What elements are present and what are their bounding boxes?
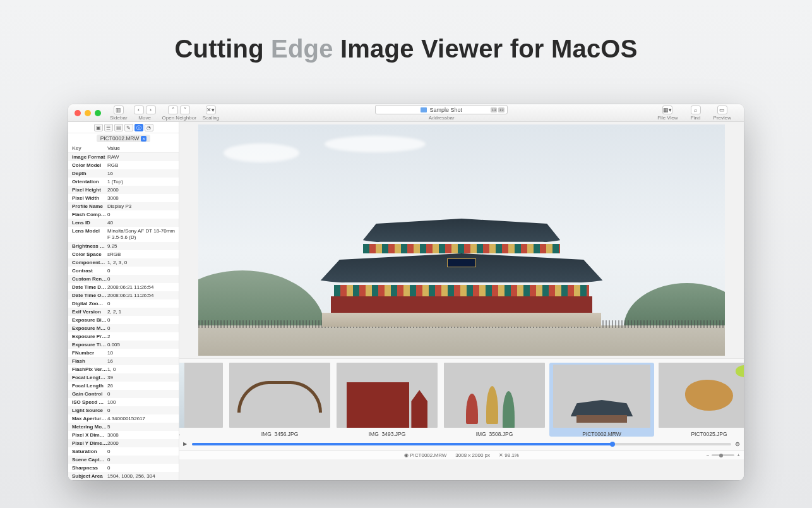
thumbnail[interactable]: 9.JPG [179,363,225,437]
close-file-icon[interactable]: × [141,136,146,142]
metadata-value: 0 [107,448,175,455]
thumbnail[interactable]: PICT0002.MRW [549,363,654,437]
metadata-row: Date Time Digi...2008:06:21 11:26:54 [68,283,179,291]
thumbnail-image [337,363,438,428]
metadata-row: Profile NameDisplay P3 [68,202,179,210]
thumbnail-image [553,365,650,428]
tab-4[interactable]: ✎ [124,124,133,131]
sidebar-toggle[interactable]: ▥ Sidebar [110,106,128,121]
thumbnail[interactable]: IMG_3508.JPG [442,363,547,437]
metadata-sidebar: ▣ ☰ ▤ ✎ ⓘ ◔ PICT0002.MRW × Key Value Ima… [68,122,179,480]
metadata-value: 0 [107,211,175,218]
neighbor-up-icon[interactable]: ˄ [168,106,178,114]
move-buttons[interactable]: ‹ › Move [134,106,156,121]
metadata-value: 2000 [107,440,175,447]
minimize-icon[interactable] [85,110,91,116]
metadata-value: 2, 2, 1 [107,308,175,315]
sidebar-selected-file[interactable]: PICT0002.MRW × [97,135,151,142]
count-badge-1: 13 [491,107,497,112]
neighbor-down-icon[interactable]: ˅ [180,106,190,114]
move-back-icon[interactable]: ‹ [134,106,144,114]
timeline-scrubber[interactable]: ▶ ⚙ [183,440,740,448]
metadata-key: Flash Compen... [72,211,107,218]
close-icon[interactable] [75,110,81,116]
thumbnail-label: 9.JPG [179,431,180,437]
image-viewer[interactable] [198,124,725,356]
app-window: ▥ Sidebar ‹ › Move ˄ ˅ Open Neighbor ✕▾ … [68,104,744,480]
metadata-key: Custom Rende... [72,275,107,282]
tab-info[interactable]: ⓘ [134,124,143,131]
metadata-value: 10 [107,349,175,356]
metadata-row: Metering Mode5 [68,423,179,431]
window-controls[interactable] [75,110,101,116]
addressbar[interactable]: Sample Shot 1313 [375,105,508,114]
metadata-row: Pixel Width3008 [68,194,179,202]
zoom-in-icon[interactable]: + [737,452,740,458]
metadata-value: 1, 2, 3, 0 [107,259,175,266]
metadata-row: Contrast0 [68,267,179,275]
thumbnail-label: IMG_3508.JPG [476,431,513,437]
metadata-row: Image FormatRAW [68,153,179,161]
metadata-key: Focal Length I... [72,374,107,381]
preview-button[interactable]: ▭ Preview [713,106,731,121]
metadata-key: Pixel Height [72,186,107,193]
metadata-row: Saturation0 [68,447,179,456]
metadata-value: 0 [107,267,175,274]
zoom-slider[interactable]: − + [707,452,740,458]
tab-6[interactable]: ◔ [145,124,153,131]
metadata-value: 3008 [107,432,175,438]
metadata-value: 1 (Top) [107,178,175,185]
metadata-key: Gain Control [72,390,107,397]
thumbnail[interactable]: IMG_3456.JPG [227,363,332,437]
tab-1[interactable]: ▣ [94,124,103,131]
metadata-value: 0 [107,300,175,307]
thumbnail-image [229,363,330,428]
move-forward-icon[interactable]: › [146,106,156,114]
thumbnail-label: PICT0002.MRW [582,431,621,437]
metadata-value: Minolta/Sony AF DT 18-70mm F 3.5-5.6 (D) [107,228,175,241]
metadata-key: Metering Mode [72,423,107,430]
thumbnail-label: IMG_3493.JPG [369,431,406,437]
metadata-value: 39 [107,374,175,381]
metadata-row: Focal Length26 [68,382,179,390]
metadata-value: 40 [107,219,175,226]
metadata-key: Depth [72,170,107,177]
timeline-track[interactable] [192,443,731,445]
zoom-icon[interactable] [95,110,101,116]
metadata-value: 0 [107,317,175,324]
sidebar-file-name: PICT0002.MRW [100,135,140,142]
tab-3[interactable]: ▤ [114,124,123,131]
metadata-value: RAW [107,154,175,160]
status-file: ◉ PICT0002.MRW [404,452,446,458]
addressbar-label: Addressbar [429,115,455,121]
metadata-row: Pixel Y Dimens...2000 [68,439,179,447]
metadata-value: 2000 [107,186,175,193]
metadata-row: Light Source0 [68,406,179,414]
metadata-key: Pixel Y Dimens... [72,440,107,447]
find-button[interactable]: ⌕ Find [691,106,701,121]
thumbnail[interactable]: PICT0025.JPG [657,363,744,437]
thumbnail-row[interactable]: 9.JPGIMG_3456.JPGIMG_3493.JPGIMG_3508.JP… [179,363,744,437]
metadata-key: Exposure Bias... [72,317,107,324]
thumbnail[interactable]: IMG_3493.JPG [335,363,439,437]
metadata-row: Digital Zoom R...0 [68,299,179,308]
file-view-button[interactable]: ▦▾ File View [657,106,678,121]
titlebar: ▥ Sidebar ‹ › Move ˄ ˅ Open Neighbor ✕▾ … [68,104,744,122]
header-value: Value [107,145,175,152]
metadata-key: Image Format [72,154,107,160]
metadata-row: Pixel X Dimens...3008 [68,431,179,439]
zoom-out-icon[interactable]: − [707,452,710,458]
metadata-list[interactable]: Image FormatRAWColor ModelRGBDepth16Orie… [68,153,179,480]
preview-label: Preview [713,115,731,121]
tab-2[interactable]: ☰ [104,124,113,131]
scaling-button[interactable]: ✕▾ Scaling [203,106,219,121]
timeline-knob[interactable] [610,442,615,447]
metadata-value: sRGB [107,251,175,258]
metadata-row: FNumber10 [68,349,179,357]
metadata-row: Gain Control0 [68,390,179,398]
timeline-settings-icon[interactable]: ⚙ [735,441,740,447]
metadata-row: Orientation1 (Top) [68,178,179,186]
open-neighbor-buttons[interactable]: ˄ ˅ Open Neighbor [162,106,196,121]
metadata-value: 1504, 1000, 256, 304 [107,473,175,480]
play-icon[interactable]: ▶ [183,441,189,447]
